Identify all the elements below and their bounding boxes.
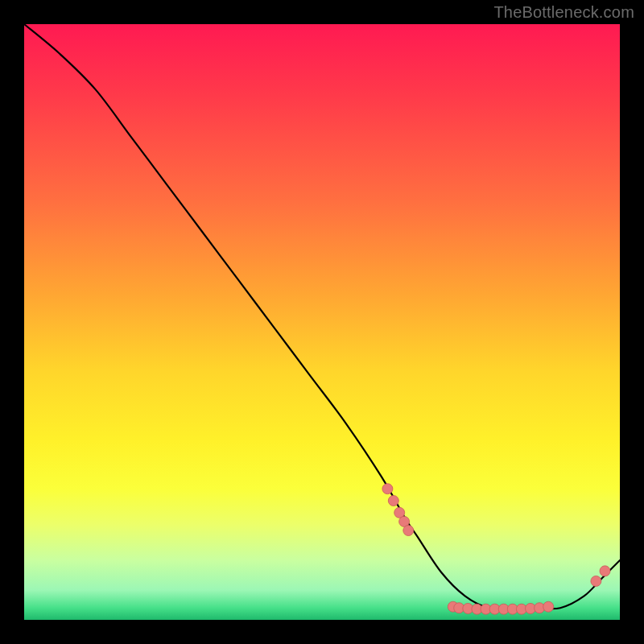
highlighted-points-group [382,484,610,614]
plot-area [24,24,620,620]
data-marker [388,496,398,506]
chart-overlay [24,24,620,620]
data-marker [591,576,601,586]
attribution-text: TheBottleneck.com [493,3,634,22]
data-marker [543,601,554,612]
bottleneck-curve [24,24,620,609]
data-marker [600,566,610,576]
data-marker [382,484,393,494]
chart-frame: TheBottleneck.com [0,0,644,644]
data-marker [403,526,414,536]
